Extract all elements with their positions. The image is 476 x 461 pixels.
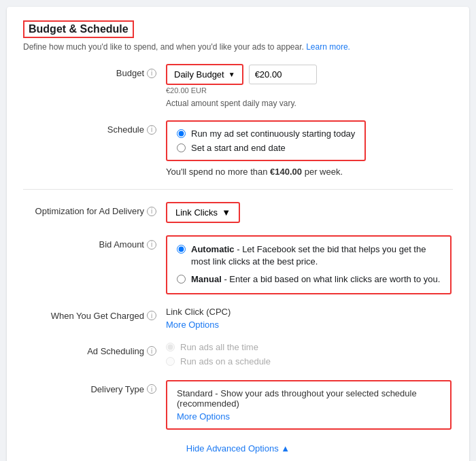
schedule-label: Schedule i	[23, 120, 166, 135]
when-charged-row: When You Get Charged i Link Click (CPC) …	[23, 307, 453, 330]
charge-type: Link Click (CPC)	[166, 307, 453, 317]
budget-label: Budget i	[23, 64, 166, 78]
dropdown-arrow-icon: ▼	[228, 71, 235, 78]
schedule-info-icon[interactable]: i	[147, 125, 156, 135]
ad-scheduling-label: Ad Scheduling i	[23, 342, 166, 356]
bid-manual-radio[interactable]	[177, 275, 186, 284]
scheduling-option1-label: Run ads all the time	[180, 342, 258, 352]
learn-more-link[interactable]: Learn more.	[306, 42, 350, 52]
schedule-option2-row: Set a start and end date	[177, 143, 355, 153]
schedule-option2-radio[interactable]	[177, 143, 186, 152]
schedule-option1-row: Run my ad set continuously starting toda…	[177, 129, 355, 139]
bid-amount-content: Automatic - Let Facebook set the bid tha…	[166, 235, 453, 294]
divider1	[23, 189, 453, 190]
scheduling-option1-row: Run ads all the time	[166, 342, 271, 352]
optimization-label: Optimization for Ad Delivery i	[23, 202, 166, 216]
delivery-description: Standard - Show your ads throughout your…	[177, 388, 441, 409]
optimization-row: Optimization for Ad Delivery i Link Clic…	[23, 202, 453, 223]
hide-advanced-link[interactable]: Hide Advanced Options ▲	[186, 443, 290, 454]
budget-schedule-card: Budget & Schedule Define how much you'd …	[7, 7, 469, 461]
delivery-type-content: Standard - Show your ads throughout your…	[166, 380, 453, 430]
when-charged-more-options[interactable]: More Options	[166, 320, 453, 330]
weekly-note: You'll spend no more than €140.00 per we…	[166, 167, 453, 177]
delivery-type-label: Delivery Type i	[23, 380, 166, 394]
bid-amount-info-icon[interactable]: i	[147, 240, 156, 250]
vary-note: Actual amount spent daily may vary.	[166, 99, 453, 108]
bid-manual-row: Manual - Enter a bid based on what link …	[177, 273, 441, 286]
budget-inputs: Daily Budget ▼	[166, 64, 453, 85]
optimization-dropdown-arrow-icon: ▼	[222, 207, 231, 218]
when-charged-info-icon[interactable]: i	[147, 311, 156, 320]
budget-row: Budget i Daily Budget ▼ €20.00 EUR Actua…	[23, 64, 453, 108]
scheduling-option2-radio	[166, 357, 175, 366]
schedule-box: Run my ad set continuously starting toda…	[166, 120, 366, 161]
when-charged-content: Link Click (CPC) More Options	[166, 307, 453, 330]
scheduling-box: Run ads all the time Run ads on a schedu…	[166, 342, 271, 366]
scheduling-option2-row: Run ads on a schedule	[166, 356, 271, 366]
budget-dropdown[interactable]: Daily Budget ▼	[166, 64, 243, 85]
when-charged-label: When You Get Charged i	[23, 307, 166, 321]
scheduling-option2-label: Run ads on a schedule	[180, 356, 271, 366]
delivery-box: Standard - Show your ads throughout your…	[166, 380, 452, 430]
scheduling-option1-radio	[166, 343, 175, 352]
optimization-info-icon[interactable]: i	[147, 207, 156, 216]
delivery-more-options[interactable]: More Options	[177, 411, 441, 422]
bid-amount-label: Bid Amount i	[23, 235, 166, 250]
bid-amount-row: Bid Amount i Automatic - Let Facebook se…	[23, 235, 453, 294]
schedule-row: Schedule i Run my ad set continuously st…	[23, 120, 453, 177]
ad-scheduling-info-icon[interactable]: i	[147, 346, 156, 356]
bid-manual-text: Manual - Enter a bid based on what link …	[191, 273, 440, 286]
optimization-dropdown[interactable]: Link Clicks ▼	[166, 202, 240, 223]
ad-scheduling-content: Run ads all the time Run ads on a schedu…	[166, 342, 453, 368]
schedule-option1-radio[interactable]	[177, 129, 186, 138]
ad-scheduling-row: Ad Scheduling i Run ads all the time Run…	[23, 342, 453, 368]
bid-automatic-text: Automatic - Let Facebook set the bid tha…	[191, 243, 441, 268]
schedule-content: Run my ad set continuously starting toda…	[166, 120, 453, 177]
delivery-type-info-icon[interactable]: i	[147, 384, 156, 394]
delivery-type-row: Delivery Type i Standard - Show your ads…	[23, 380, 453, 430]
schedule-option1-label: Run my ad set continuously starting toda…	[191, 129, 355, 139]
hide-advanced: Hide Advanced Options ▲	[23, 443, 453, 454]
budget-content: Daily Budget ▼ €20.00 EUR Actual amount …	[166, 64, 453, 108]
optimization-content: Link Clicks ▼	[166, 202, 453, 223]
bid-automatic-radio[interactable]	[177, 245, 186, 254]
bid-box: Automatic - Let Facebook set the bid tha…	[166, 235, 452, 294]
budget-amount-input[interactable]	[249, 65, 317, 84]
eur-label: €20.00 EUR	[166, 86, 453, 95]
schedule-option2-label: Set a start and end date	[191, 143, 286, 153]
section-title: Budget & Schedule	[23, 20, 134, 38]
subtitle: Define how much you'd like to spend, and…	[23, 42, 453, 52]
budget-info-icon[interactable]: i	[147, 69, 156, 78]
bid-automatic-row: Automatic - Let Facebook set the bid tha…	[177, 243, 441, 268]
